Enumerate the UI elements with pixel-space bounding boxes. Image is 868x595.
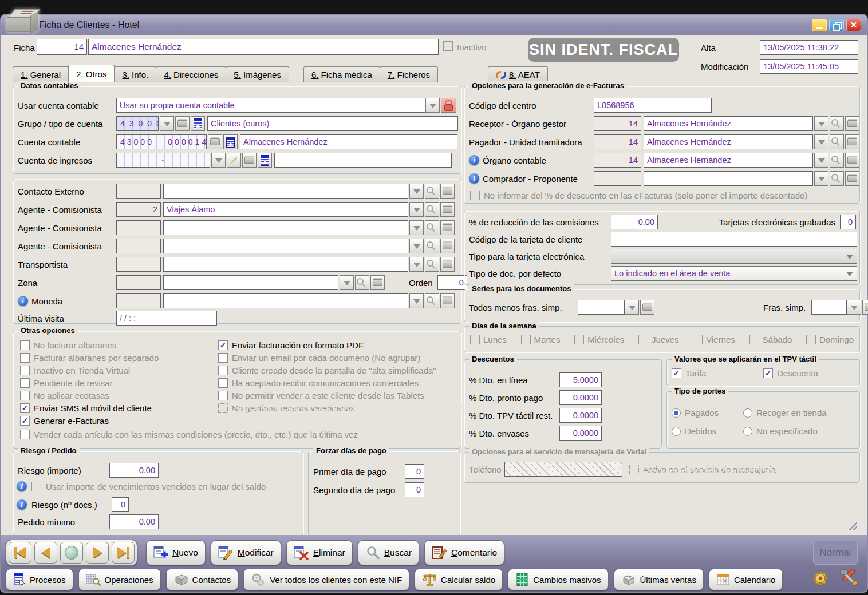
pedido-minimo-field[interactable]: 0.00 [109, 514, 159, 529]
cambios-masivos-button[interactable]: Cambios masivos [508, 569, 608, 590]
transportista-code[interactable] [116, 257, 161, 272]
refresh-button[interactable] [60, 542, 83, 564]
portes-recoger-radio[interactable] [743, 408, 752, 418]
checkbox[interactable] [218, 340, 228, 350]
dropdown-button[interactable] [814, 134, 828, 149]
checkbox[interactable] [20, 340, 30, 350]
modificar-button[interactable]: Modificar [211, 540, 281, 565]
series-fras-field[interactable] [811, 300, 847, 315]
comprador-code[interactable] [594, 171, 641, 186]
procesos-button[interactable]: Procesos [6, 569, 73, 590]
series-todos-field[interactable] [578, 300, 625, 315]
grupo-catalog-button[interactable] [175, 116, 190, 131]
lock-button[interactable] [441, 98, 456, 113]
checkbox[interactable] [20, 366, 30, 375]
search-button[interactable] [425, 293, 439, 308]
tools-icon[interactable] [838, 569, 859, 588]
receptor-code[interactable]: 14 [594, 116, 641, 131]
dto-envases-field[interactable]: 0.0000 [559, 426, 602, 441]
client-name-field[interactable]: Almacenes Hernández [88, 39, 439, 55]
dropdown-button[interactable] [814, 116, 828, 131]
riesgo-ndocs-field[interactable]: 0 [112, 497, 129, 512]
receptor-name[interactable]: Almacenes Hernández [644, 116, 813, 131]
search-button[interactable] [425, 184, 439, 199]
agente3-code[interactable] [116, 239, 161, 253]
portes-pagados-radio[interactable] [672, 408, 681, 418]
dropdown-button[interactable] [847, 300, 861, 315]
dropdown-button[interactable] [409, 293, 424, 308]
tarifa-checkbox[interactable] [672, 368, 681, 378]
agente3-name[interactable] [163, 239, 408, 253]
cuenta-list-button[interactable] [223, 134, 238, 149]
tab-aeat[interactable]: 8. AEAT [488, 66, 548, 82]
comprador-name[interactable] [644, 171, 813, 186]
dto-linea-field[interactable]: 5.0000 [559, 372, 602, 387]
calcular-saldo-button[interactable]: Calcular saldo [415, 569, 503, 590]
nuevo-button[interactable]: Nuevo [146, 540, 206, 565]
grupo-dropdown-button[interactable] [160, 116, 174, 131]
agente2-code[interactable] [116, 220, 161, 235]
ingresos-catalog-button[interactable] [242, 153, 257, 168]
zona-code[interactable] [116, 275, 161, 290]
catalog-button[interactable] [440, 257, 455, 272]
checkbox[interactable] [20, 416, 30, 426]
reduccion-field[interactable]: 0.00 [611, 215, 658, 229]
usar-cuenta-select[interactable]: Usar su propia cuenta contable [116, 98, 425, 113]
checkbox[interactable] [218, 366, 228, 375]
checkbox[interactable] [20, 403, 30, 413]
dropdown-button[interactable] [409, 239, 424, 253]
portes-noesp-radio[interactable] [743, 427, 752, 436]
search-button[interactable] [355, 275, 369, 290]
codigo-tarjeta-field[interactable] [611, 232, 857, 247]
prev-record-button[interactable] [34, 542, 57, 564]
tipo-doc-select[interactable]: Lo indicado en el área de venta [611, 266, 857, 281]
ingresos-dropdown-button[interactable] [211, 153, 226, 168]
dropdown-button[interactable] [340, 275, 354, 290]
first-record-button[interactable] [9, 542, 31, 564]
dropdown-button[interactable] [409, 184, 424, 199]
search-button[interactable] [425, 239, 439, 253]
catalog-button[interactable] [862, 300, 868, 315]
moneda-name[interactable] [163, 293, 408, 308]
tipo-tarjeta-select[interactable] [611, 249, 857, 264]
catalog-button[interactable] [440, 239, 455, 253]
dto-pronto-field[interactable]: 0.0000 [559, 390, 602, 405]
last-record-button[interactable] [112, 542, 135, 564]
checkbox[interactable] [20, 353, 30, 363]
dropdown-button[interactable] [814, 153, 828, 168]
tab-direcciones[interactable]: 4. Direcciones [156, 66, 226, 82]
moneda-code[interactable] [116, 293, 161, 308]
grupo-cuenta-code-field[interactable]: 43000 [116, 116, 159, 131]
search-button[interactable] [830, 153, 844, 168]
catalog-button[interactable] [845, 171, 859, 186]
grupo-list-button[interactable] [191, 116, 205, 131]
tab-general[interactable]: 1. General [13, 66, 69, 82]
next-record-button[interactable] [86, 542, 109, 564]
search-button[interactable] [425, 220, 439, 235]
search-button[interactable] [830, 134, 844, 149]
eliminar-button[interactable]: Eliminar [286, 540, 353, 565]
checkbox[interactable] [20, 378, 30, 388]
tab-otros[interactable]: 2. Otros [68, 65, 115, 82]
checkbox[interactable] [20, 391, 30, 400]
cuenta-catalog-button[interactable] [208, 134, 222, 149]
orden-field[interactable]: 0 [437, 275, 467, 290]
tab-ficheros[interactable]: 7. Ficheros [380, 66, 438, 82]
catalog-button[interactable] [440, 202, 455, 217]
organo-name[interactable]: Almacenes Hernández [644, 153, 813, 168]
tab-imagenes[interactable]: 5. Imágenes [226, 66, 289, 82]
operaciones-button[interactable]: Operaciones [78, 569, 161, 590]
tab-info[interactable]: 3. Info. [114, 66, 156, 82]
contacto-externo-code[interactable] [116, 184, 161, 199]
agente2-name[interactable] [163, 220, 408, 235]
dropdown-button[interactable] [409, 202, 424, 217]
catalog-button[interactable] [440, 184, 455, 199]
catalog-button[interactable] [440, 220, 455, 235]
descuento-checkbox[interactable] [763, 368, 773, 378]
zona-name[interactable] [163, 275, 338, 290]
resize-grip[interactable] [847, 521, 857, 530]
buscar-button[interactable]: Buscar [358, 540, 419, 565]
agente1-name[interactable]: Viajes Álamo [163, 202, 408, 217]
cuenta-contable-code-field[interactable]: 43000 - 000014 [116, 134, 207, 149]
dropdown-button[interactable] [409, 220, 424, 235]
